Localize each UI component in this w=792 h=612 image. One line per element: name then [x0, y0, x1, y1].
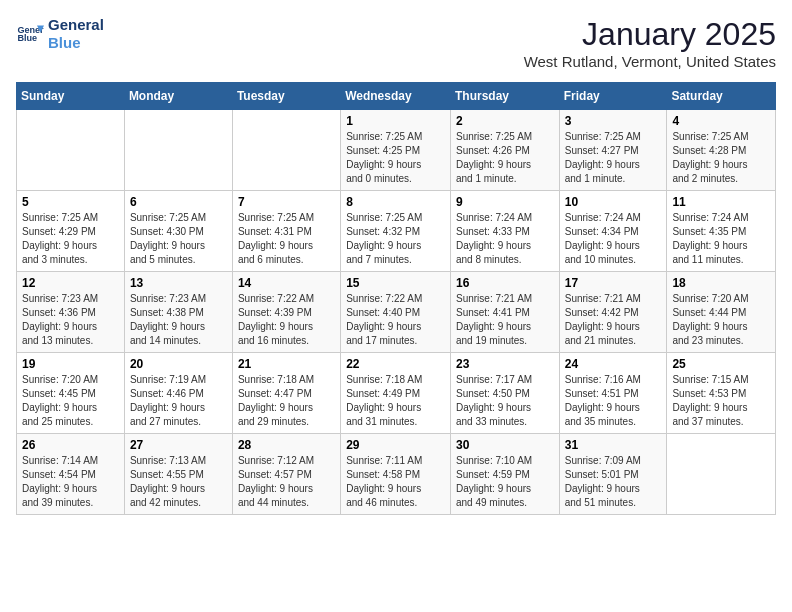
day-number: 14: [238, 276, 335, 290]
weekday-header-thursday: Thursday: [450, 83, 559, 110]
calendar-table: SundayMondayTuesdayWednesdayThursdayFrid…: [16, 82, 776, 515]
day-cell-10: 10Sunrise: 7:24 AM Sunset: 4:34 PM Dayli…: [559, 191, 667, 272]
day-cell-2: 2Sunrise: 7:25 AM Sunset: 4:26 PM Daylig…: [450, 110, 559, 191]
day-info: Sunrise: 7:16 AM Sunset: 4:51 PM Dayligh…: [565, 373, 662, 429]
day-info: Sunrise: 7:22 AM Sunset: 4:39 PM Dayligh…: [238, 292, 335, 348]
day-info: Sunrise: 7:25 AM Sunset: 4:31 PM Dayligh…: [238, 211, 335, 267]
day-info: Sunrise: 7:25 AM Sunset: 4:26 PM Dayligh…: [456, 130, 554, 186]
day-cell-14: 14Sunrise: 7:22 AM Sunset: 4:39 PM Dayli…: [232, 272, 340, 353]
day-cell-31: 31Sunrise: 7:09 AM Sunset: 5:01 PM Dayli…: [559, 434, 667, 515]
weekday-header-friday: Friday: [559, 83, 667, 110]
day-number: 30: [456, 438, 554, 452]
day-number: 27: [130, 438, 227, 452]
day-info: Sunrise: 7:09 AM Sunset: 5:01 PM Dayligh…: [565, 454, 662, 510]
weekday-header-row: SundayMondayTuesdayWednesdayThursdayFrid…: [17, 83, 776, 110]
day-number: 15: [346, 276, 445, 290]
day-cell-20: 20Sunrise: 7:19 AM Sunset: 4:46 PM Dayli…: [124, 353, 232, 434]
day-cell-9: 9Sunrise: 7:24 AM Sunset: 4:33 PM Daylig…: [450, 191, 559, 272]
day-info: Sunrise: 7:21 AM Sunset: 4:42 PM Dayligh…: [565, 292, 662, 348]
day-info: Sunrise: 7:23 AM Sunset: 4:38 PM Dayligh…: [130, 292, 227, 348]
day-info: Sunrise: 7:24 AM Sunset: 4:35 PM Dayligh…: [672, 211, 770, 267]
day-number: 23: [456, 357, 554, 371]
day-cell-27: 27Sunrise: 7:13 AM Sunset: 4:55 PM Dayli…: [124, 434, 232, 515]
calendar-subtitle: West Rutland, Vermont, United States: [524, 53, 776, 70]
day-number: 4: [672, 114, 770, 128]
day-info: Sunrise: 7:23 AM Sunset: 4:36 PM Dayligh…: [22, 292, 119, 348]
svg-text:Blue: Blue: [17, 33, 37, 43]
day-number: 28: [238, 438, 335, 452]
day-cell-19: 19Sunrise: 7:20 AM Sunset: 4:45 PM Dayli…: [17, 353, 125, 434]
day-number: 8: [346, 195, 445, 209]
empty-cell: [667, 434, 776, 515]
day-info: Sunrise: 7:10 AM Sunset: 4:59 PM Dayligh…: [456, 454, 554, 510]
day-cell-4: 4Sunrise: 7:25 AM Sunset: 4:28 PM Daylig…: [667, 110, 776, 191]
weekday-header-saturday: Saturday: [667, 83, 776, 110]
day-number: 13: [130, 276, 227, 290]
day-info: Sunrise: 7:25 AM Sunset: 4:25 PM Dayligh…: [346, 130, 445, 186]
day-number: 21: [238, 357, 335, 371]
day-cell-22: 22Sunrise: 7:18 AM Sunset: 4:49 PM Dayli…: [341, 353, 451, 434]
logo: General Blue General Blue: [16, 16, 104, 52]
day-number: 3: [565, 114, 662, 128]
day-info: Sunrise: 7:19 AM Sunset: 4:46 PM Dayligh…: [130, 373, 227, 429]
day-number: 2: [456, 114, 554, 128]
day-number: 5: [22, 195, 119, 209]
day-info: Sunrise: 7:17 AM Sunset: 4:50 PM Dayligh…: [456, 373, 554, 429]
day-number: 26: [22, 438, 119, 452]
day-cell-18: 18Sunrise: 7:20 AM Sunset: 4:44 PM Dayli…: [667, 272, 776, 353]
day-cell-16: 16Sunrise: 7:21 AM Sunset: 4:41 PM Dayli…: [450, 272, 559, 353]
day-info: Sunrise: 7:25 AM Sunset: 4:27 PM Dayligh…: [565, 130, 662, 186]
day-info: Sunrise: 7:14 AM Sunset: 4:54 PM Dayligh…: [22, 454, 119, 510]
day-number: 24: [565, 357, 662, 371]
day-info: Sunrise: 7:20 AM Sunset: 4:44 PM Dayligh…: [672, 292, 770, 348]
day-number: 7: [238, 195, 335, 209]
day-info: Sunrise: 7:11 AM Sunset: 4:58 PM Dayligh…: [346, 454, 445, 510]
day-cell-5: 5Sunrise: 7:25 AM Sunset: 4:29 PM Daylig…: [17, 191, 125, 272]
day-info: Sunrise: 7:12 AM Sunset: 4:57 PM Dayligh…: [238, 454, 335, 510]
day-cell-17: 17Sunrise: 7:21 AM Sunset: 4:42 PM Dayli…: [559, 272, 667, 353]
logo-icon: General Blue: [16, 20, 44, 48]
day-number: 12: [22, 276, 119, 290]
week-row-3: 12Sunrise: 7:23 AM Sunset: 4:36 PM Dayli…: [17, 272, 776, 353]
day-info: Sunrise: 7:13 AM Sunset: 4:55 PM Dayligh…: [130, 454, 227, 510]
logo-line2: Blue: [48, 34, 104, 52]
week-row-4: 19Sunrise: 7:20 AM Sunset: 4:45 PM Dayli…: [17, 353, 776, 434]
day-info: Sunrise: 7:25 AM Sunset: 4:30 PM Dayligh…: [130, 211, 227, 267]
day-info: Sunrise: 7:20 AM Sunset: 4:45 PM Dayligh…: [22, 373, 119, 429]
day-info: Sunrise: 7:15 AM Sunset: 4:53 PM Dayligh…: [672, 373, 770, 429]
weekday-header-wednesday: Wednesday: [341, 83, 451, 110]
day-cell-25: 25Sunrise: 7:15 AM Sunset: 4:53 PM Dayli…: [667, 353, 776, 434]
day-number: 1: [346, 114, 445, 128]
day-cell-30: 30Sunrise: 7:10 AM Sunset: 4:59 PM Dayli…: [450, 434, 559, 515]
empty-cell: [232, 110, 340, 191]
title-area: January 2025 West Rutland, Vermont, Unit…: [524, 16, 776, 70]
week-row-5: 26Sunrise: 7:14 AM Sunset: 4:54 PM Dayli…: [17, 434, 776, 515]
day-info: Sunrise: 7:25 AM Sunset: 4:28 PM Dayligh…: [672, 130, 770, 186]
day-info: Sunrise: 7:21 AM Sunset: 4:41 PM Dayligh…: [456, 292, 554, 348]
day-cell-3: 3Sunrise: 7:25 AM Sunset: 4:27 PM Daylig…: [559, 110, 667, 191]
day-number: 31: [565, 438, 662, 452]
day-number: 19: [22, 357, 119, 371]
day-info: Sunrise: 7:22 AM Sunset: 4:40 PM Dayligh…: [346, 292, 445, 348]
day-number: 22: [346, 357, 445, 371]
day-cell-8: 8Sunrise: 7:25 AM Sunset: 4:32 PM Daylig…: [341, 191, 451, 272]
weekday-header-sunday: Sunday: [17, 83, 125, 110]
day-number: 6: [130, 195, 227, 209]
week-row-1: 1Sunrise: 7:25 AM Sunset: 4:25 PM Daylig…: [17, 110, 776, 191]
day-cell-28: 28Sunrise: 7:12 AM Sunset: 4:57 PM Dayli…: [232, 434, 340, 515]
day-info: Sunrise: 7:25 AM Sunset: 4:32 PM Dayligh…: [346, 211, 445, 267]
day-number: 25: [672, 357, 770, 371]
day-cell-15: 15Sunrise: 7:22 AM Sunset: 4:40 PM Dayli…: [341, 272, 451, 353]
day-info: Sunrise: 7:25 AM Sunset: 4:29 PM Dayligh…: [22, 211, 119, 267]
day-cell-23: 23Sunrise: 7:17 AM Sunset: 4:50 PM Dayli…: [450, 353, 559, 434]
day-cell-12: 12Sunrise: 7:23 AM Sunset: 4:36 PM Dayli…: [17, 272, 125, 353]
day-cell-6: 6Sunrise: 7:25 AM Sunset: 4:30 PM Daylig…: [124, 191, 232, 272]
day-number: 11: [672, 195, 770, 209]
empty-cell: [17, 110, 125, 191]
week-row-2: 5Sunrise: 7:25 AM Sunset: 4:29 PM Daylig…: [17, 191, 776, 272]
calendar-title: January 2025: [524, 16, 776, 53]
weekday-header-tuesday: Tuesday: [232, 83, 340, 110]
weekday-header-monday: Monday: [124, 83, 232, 110]
day-info: Sunrise: 7:24 AM Sunset: 4:34 PM Dayligh…: [565, 211, 662, 267]
day-cell-21: 21Sunrise: 7:18 AM Sunset: 4:47 PM Dayli…: [232, 353, 340, 434]
